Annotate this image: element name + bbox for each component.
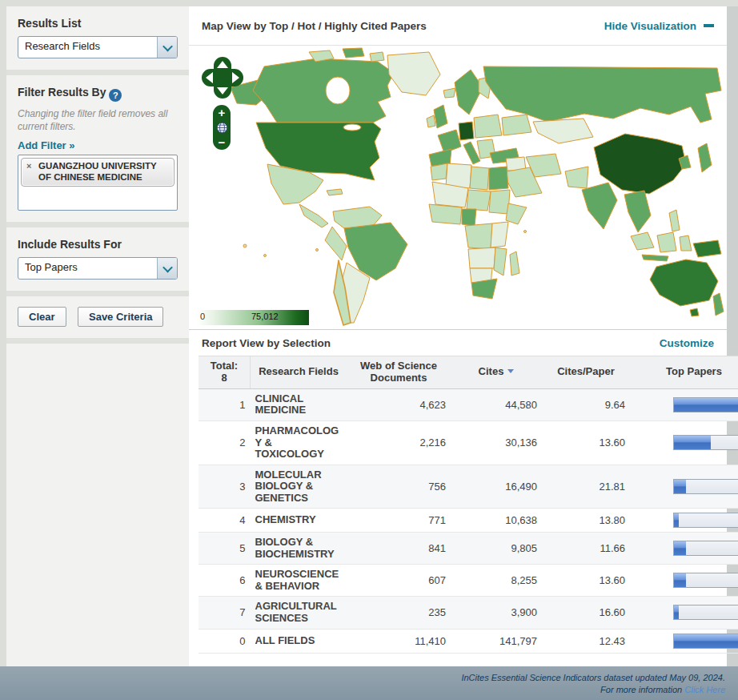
results-list-heading: Results List <box>18 17 178 30</box>
top-papers-bar: 1 <box>673 605 738 620</box>
sidebar: Results List Research Fields Filter Resu… <box>6 6 189 666</box>
row-documents: 11,410 <box>347 629 451 653</box>
map-countries[interactable] <box>231 48 724 325</box>
results-list-selected-value: Research Fields <box>18 37 157 58</box>
report-header: Report View by Selection Customize <box>189 329 727 356</box>
hide-visualization-link[interactable]: Hide Visualization <box>604 20 714 32</box>
table-row: 1 CLINICAL MEDICINE 4,623 44,580 9.64 31 <box>199 388 738 420</box>
column-header-cites-per-paper[interactable]: Cites/Paper <box>542 356 630 389</box>
top-papers-bar: 5 <box>673 479 738 494</box>
legend-max-value: 75,012 <box>251 312 279 321</box>
customize-link[interactable]: Customize <box>660 337 714 349</box>
table-row: 4 CHEMISTRY 771 10,638 13.80 1 <box>199 509 738 533</box>
add-filter-link[interactable]: Add Filter » <box>18 139 178 151</box>
top-papers-bar-fill <box>674 398 738 412</box>
table-header-row: Total: 8 Research Fields Web of Science … <box>199 356 738 389</box>
save-criteria-button[interactable]: Save Criteria <box>78 307 164 327</box>
sort-caret-icon <box>507 369 514 373</box>
top-papers-bar: 1 <box>673 513 738 528</box>
column-header-research-fields[interactable]: Research Fields <box>251 356 347 389</box>
row-top-papers-cell: 78 <box>630 629 738 653</box>
map-pan-control[interactable] <box>202 57 243 99</box>
map-header: Map View by Top / Hot / Highly Cited Pap… <box>189 6 727 46</box>
row-cites-per-paper: 13.80 <box>542 509 630 533</box>
include-results-selected-value: Top Papers <box>18 258 157 279</box>
chevron-down-icon <box>162 262 173 272</box>
top-papers-bar-fill <box>674 605 679 619</box>
row-cites-per-paper: 21.81 <box>542 465 630 509</box>
row-field-link[interactable]: CLINICAL MEDICINE <box>251 388 347 420</box>
row-cites-per-paper: 13.60 <box>542 565 630 597</box>
zoom-in-button[interactable]: + <box>219 107 226 119</box>
sidebar-filler <box>6 344 189 666</box>
active-filters-box[interactable]: × GUANGZHOU UNIVERSITY OF CHINESE MEDICI… <box>18 155 178 211</box>
row-top-papers-cell: 15 <box>630 420 738 465</box>
actions-section: Clear Save Criteria <box>6 296 189 338</box>
click-here-link[interactable]: Click Here <box>684 685 725 694</box>
collapse-minus-icon <box>704 24 714 27</box>
include-results-select[interactable]: Top Papers <box>18 257 178 280</box>
row-cites: 3,900 <box>451 597 542 629</box>
footer-dataset-note: InCites Essential Science Indicators dat… <box>0 672 725 684</box>
clear-button[interactable]: Clear <box>18 307 66 327</box>
column-header-top-papers[interactable]: Top Papers <box>630 356 738 389</box>
top-papers-bar: 5 <box>673 573 738 588</box>
row-rank: 5 <box>199 533 251 565</box>
row-documents: 841 <box>347 533 451 565</box>
row-field-link[interactable]: MOLECULAR BIOLOGY & GENETICS <box>251 465 347 509</box>
report-table: Total: 8 Research Fields Web of Science … <box>199 356 738 654</box>
include-results-dropdown-button[interactable] <box>157 258 177 279</box>
top-papers-bar-fill <box>674 634 738 648</box>
remove-filter-icon[interactable]: × <box>26 161 31 171</box>
row-field-link[interactable]: ALL FIELDS <box>251 629 347 653</box>
row-rank: 6 <box>199 565 251 597</box>
row-cites: 9,805 <box>451 533 542 565</box>
row-field-link[interactable]: CHEMISTRY <box>251 509 347 533</box>
row-top-papers-cell: 1 <box>630 597 738 629</box>
row-cites-per-paper: 11.66 <box>542 533 630 565</box>
include-results-section: Include Results For Top Papers <box>6 227 189 291</box>
row-cites: 10,638 <box>451 509 542 533</box>
top-papers-bar-fill <box>674 436 711 449</box>
map-view: + − 0 75,012 <box>189 46 727 329</box>
results-list-section: Results List Research Fields <box>6 6 189 70</box>
top-papers-bar: 78 <box>673 634 738 649</box>
row-documents: 756 <box>347 465 451 509</box>
row-documents: 2,216 <box>347 420 451 465</box>
row-documents: 607 <box>347 565 451 597</box>
row-rank: 0 <box>199 629 251 653</box>
row-rank: 4 <box>199 509 251 533</box>
main-panel: Map View by Top / Hot / Highly Cited Pap… <box>189 6 727 666</box>
row-cites: 8,255 <box>451 565 542 597</box>
zoom-out-button[interactable]: − <box>219 136 226 148</box>
total-header: Total: 8 <box>199 356 251 389</box>
filter-chip[interactable]: × GUANGZHOU UNIVERSITY OF CHINESE MEDICI… <box>21 158 174 187</box>
report-table-body: 1 CLINICAL MEDICINE 4,623 44,580 9.64 31… <box>199 388 738 653</box>
column-header-documents[interactable]: Web of Science Documents <box>347 356 451 389</box>
row-cites: 141,797 <box>451 629 542 653</box>
row-field-link[interactable]: PHARMACOLOGY & TOXICOLOGY <box>251 420 347 465</box>
row-field-link[interactable]: BIOLOGY & BIOCHEMISTRY <box>251 533 347 565</box>
column-header-cites[interactable]: Cites <box>451 356 542 389</box>
filter-note: Changing the filter field removes all cu… <box>18 108 178 133</box>
results-list-dropdown-button[interactable] <box>157 37 177 58</box>
row-rank: 7 <box>199 597 251 629</box>
row-cites: 30,136 <box>451 420 542 465</box>
chevron-down-icon <box>162 41 173 51</box>
row-rank: 3 <box>199 465 251 509</box>
help-icon[interactable]: ? <box>109 89 122 102</box>
legend-min-value: 0 <box>200 312 205 321</box>
map-zoom-control[interactable]: + − <box>213 105 231 150</box>
globe-icon[interactable] <box>216 122 228 134</box>
row-field-link[interactable]: NEUROSCIENCE & BEHAVIOR <box>251 565 347 597</box>
row-rank: 2 <box>199 420 251 465</box>
filter-chip-label: GUANGZHOU UNIVERSITY OF CHINESE MEDICINE <box>38 161 156 182</box>
table-row: 2 PHARMACOLOGY & TOXICOLOGY 2,216 30,136… <box>199 420 738 465</box>
top-papers-bar-fill <box>674 573 686 587</box>
results-list-select[interactable]: Research Fields <box>18 36 178 58</box>
row-cites-per-paper: 12.43 <box>542 629 630 653</box>
world-map[interactable] <box>189 46 727 326</box>
row-cites: 16,490 <box>451 465 542 509</box>
row-field-link[interactable]: AGRICULTURAL SCIENCES <box>251 597 347 629</box>
row-cites-per-paper: 9.64 <box>542 388 630 420</box>
